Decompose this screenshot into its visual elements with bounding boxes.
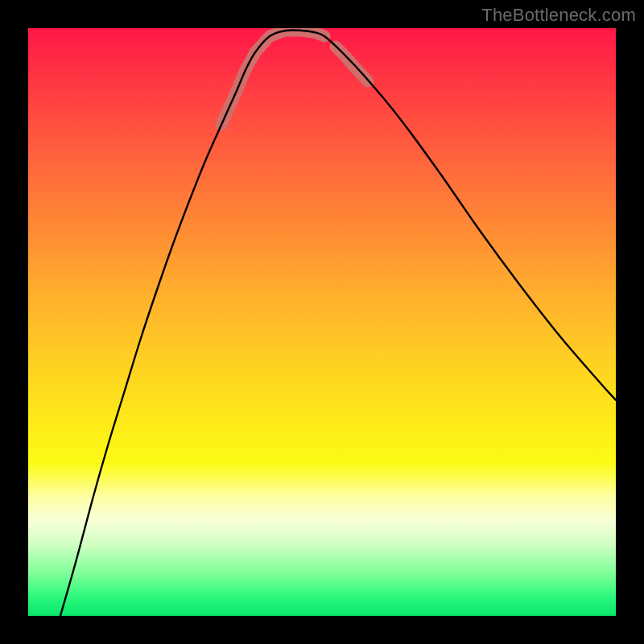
chart-frame: TheBottleneck.com — [0, 0, 644, 644]
watermark-text: TheBottleneck.com — [481, 5, 636, 26]
plot-area — [28, 28, 616, 616]
bottleneck-curve — [60, 30, 616, 616]
thick-segment — [356, 68, 368, 81]
curve-svg — [28, 28, 616, 616]
thick-segments-group — [221, 31, 368, 125]
